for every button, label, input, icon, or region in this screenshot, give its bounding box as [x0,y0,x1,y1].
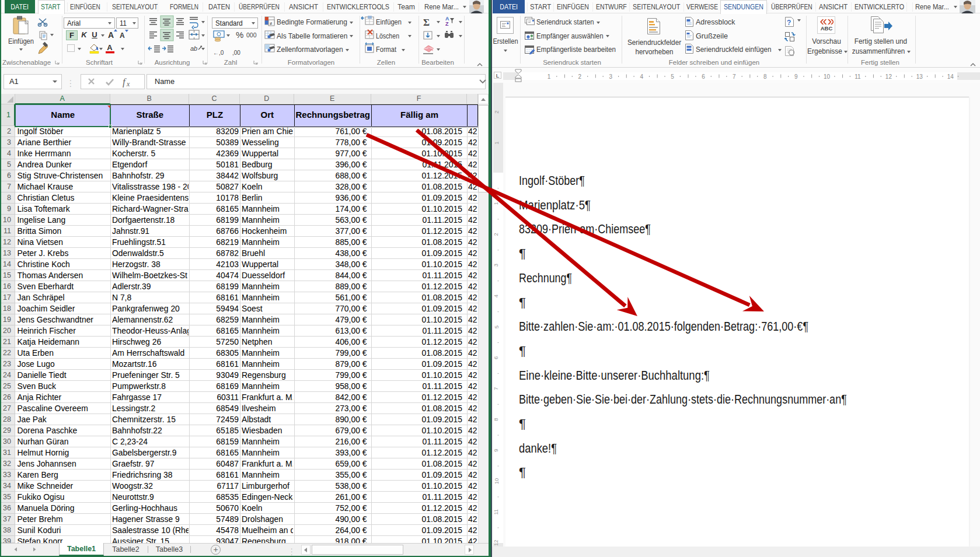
svg-text:2: 2 [493,110,500,113]
svg-text:1: 1 [493,202,500,205]
svg-text:4: 4 [493,295,500,297]
svg-text:3: 3 [609,73,613,80]
svg-text:7: 7 [493,387,500,390]
svg-text:7: 7 [733,73,736,80]
svg-text:000: 000 [246,31,257,38]
svg-text:Σ: Σ [423,17,430,28]
svg-text:A: A [107,43,113,52]
svg-text:6: 6 [702,73,705,80]
svg-text:?: ? [787,19,791,27]
svg-text:10: 10 [824,73,831,80]
svg-text:3: 3 [493,264,500,267]
svg-text:5: 5 [493,325,500,328]
svg-text:11: 11 [493,509,500,515]
svg-text:6: 6 [493,356,500,359]
svg-text:2: 2 [493,233,500,236]
svg-text:ABC: ABC [821,25,833,31]
svg-text:1: 1 [493,141,500,144]
svg-text:12: 12 [885,73,892,80]
svg-text:2: 2 [578,73,582,80]
svg-text:8: 8 [763,73,767,80]
svg-text:9: 9 [794,73,798,80]
svg-text:≠: ≠ [270,21,273,26]
svg-text:x: x [126,80,130,88]
svg-text:Z: Z [445,21,449,27]
svg-text:5: 5 [671,73,674,80]
svg-text:←,0: ←,0 [213,50,224,56]
svg-text:11: 11 [855,73,861,80]
svg-text:%: % [236,30,243,40]
svg-text:ab: ab [190,45,197,52]
svg-text:13: 13 [916,73,923,80]
svg-text:8: 8 [493,418,500,421]
svg-text:12: 12 [493,540,500,547]
svg-text:10: 10 [493,478,500,485]
svg-text:9: 9 [493,449,500,451]
svg-text:14: 14 [947,73,954,80]
svg-text:1: 1 [547,73,551,80]
svg-text:,00: ,00 [232,50,240,56]
svg-text:4: 4 [640,73,643,80]
